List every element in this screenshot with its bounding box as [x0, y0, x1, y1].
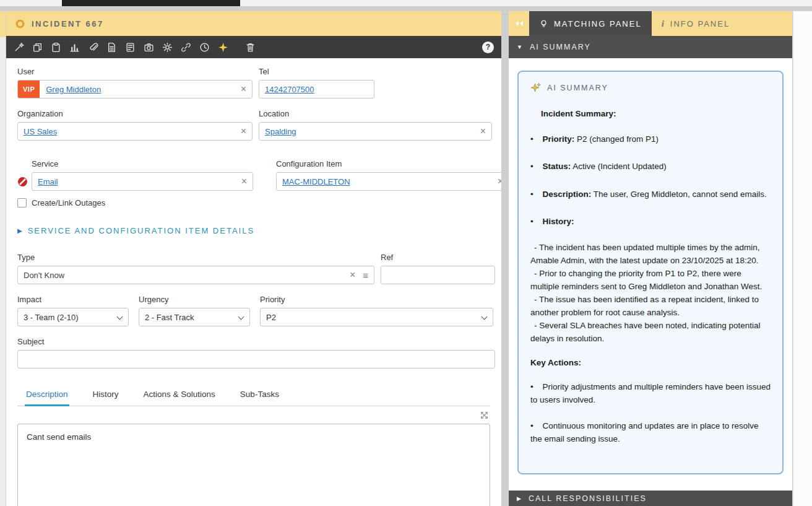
- bullet-label: Status:: [543, 162, 571, 171]
- user-link[interactable]: Greg Middleton: [46, 85, 101, 94]
- incident-toolbar: ?: [6, 36, 501, 58]
- link-icon[interactable]: [181, 42, 191, 53]
- impact-value: 3 - Team (2-10): [24, 313, 79, 322]
- camera-icon[interactable]: [144, 42, 154, 53]
- chevron-down-icon: [482, 314, 488, 320]
- key-action-item: Continuous monitoring and updates are in…: [530, 419, 771, 445]
- tab-actions-solutions[interactable]: Actions & Solutions: [142, 390, 217, 406]
- wand-icon[interactable]: [14, 42, 24, 53]
- priority-select[interactable]: P2: [260, 308, 493, 326]
- bullet-label: History:: [543, 217, 574, 226]
- ai-sparkle-icon[interactable]: [218, 42, 228, 53]
- collapsed-left-panel-header[interactable]: [0, 11, 6, 37]
- incident-form: User VIP Greg Middleton × Tel 1424270750…: [6, 58, 501, 506]
- config-item-field[interactable]: MAC-MIDDLETON ×: [276, 172, 501, 191]
- chevron-down-icon: [117, 314, 123, 320]
- tab-history[interactable]: History: [92, 390, 120, 406]
- user-clear-icon[interactable]: ×: [241, 84, 246, 94]
- summary-bullet-priority: Priority: P2 (changed from P1): [530, 133, 771, 146]
- sparkle-icon: [530, 82, 541, 93]
- user-field[interactable]: VIP Greg Middleton ×: [17, 80, 253, 98]
- page-title: INCIDENT 667: [32, 19, 104, 28]
- location-field-group: Location Spalding ×: [259, 109, 492, 141]
- config-item-clear-icon[interactable]: ×: [498, 177, 501, 186]
- settings-icon[interactable]: [162, 42, 173, 53]
- call-responsibilities-section-header[interactable]: ▶ CALL RESPONSIBILITIES: [509, 491, 792, 506]
- type-field-group: Type Don't Know × ≡: [17, 253, 374, 284]
- impact-field-group: Impact 3 - Team (2-10): [17, 295, 129, 326]
- urgency-label: Urgency: [139, 295, 250, 304]
- lightbulb-icon: [539, 19, 548, 28]
- service-details-toggle[interactable]: ▶ SERVICE AND CONFIGURATION ITEM DETAILS: [17, 226, 490, 235]
- location-clear-icon[interactable]: ×: [480, 126, 486, 136]
- chevron-right-icon: ▶: [517, 495, 522, 502]
- type-label: Type: [17, 253, 374, 262]
- bullet-text: The user, Greg Middleton, cannot send em…: [594, 190, 767, 199]
- clock-icon[interactable]: [199, 42, 210, 53]
- tel-field-group: Tel 14242707500: [259, 67, 374, 98]
- type-clear-icon[interactable]: ×: [350, 269, 355, 281]
- expand-editor-icon[interactable]: [480, 411, 489, 420]
- organization-field-group: Organization US Sales ×: [17, 109, 253, 141]
- outages-checkbox[interactable]: [17, 198, 27, 207]
- key-actions-heading: Key Actions:: [530, 358, 771, 367]
- type-menu-icon[interactable]: ≡: [363, 270, 368, 281]
- page-scrollbar[interactable]: [793, 11, 812, 506]
- call-responsibilities-label: CALL RESPONSIBILITIES: [529, 494, 647, 503]
- incident-header: INCIDENT 667: [6, 11, 501, 36]
- config-item-field-group: Configuration Item MAC-MIDDLETON ×: [276, 159, 501, 191]
- incident-panel: INCIDENT 667: [6, 11, 501, 506]
- urgency-select[interactable]: 2 - Fast Track: [139, 308, 250, 326]
- organization-clear-icon[interactable]: ×: [241, 126, 246, 136]
- config-item-link[interactable]: MAC-MIDDLETON: [282, 177, 350, 186]
- chevron-down-icon: ▼: [517, 44, 524, 50]
- summary-bullet-status: Status: Active (Incident Updated): [530, 160, 771, 173]
- impact-select[interactable]: 3 - Team (2-10): [17, 308, 129, 326]
- history-line: - Several SLA breaches have been noted, …: [530, 319, 771, 345]
- copy-icon[interactable]: [32, 42, 43, 53]
- info-panel-label: INFO PANEL: [670, 19, 730, 28]
- chart-icon[interactable]: [69, 42, 80, 53]
- ref-input[interactable]: [381, 266, 495, 284]
- bullet-text: Active (Incident Updated): [572, 162, 667, 171]
- user-field-group: User VIP Greg Middleton ×: [17, 67, 253, 98]
- history-line: - The issue has been identified as a rep…: [530, 293, 771, 319]
- service-field[interactable]: Email ×: [32, 172, 253, 191]
- ai-summary-card-title: AI SUMMARY: [547, 84, 608, 92]
- subject-input[interactable]: [17, 350, 495, 369]
- editor-tools: [17, 406, 490, 424]
- collapse-panel-button[interactable]: [509, 11, 529, 36]
- subject-label: Subject: [17, 337, 495, 346]
- browser-tab[interactable]: [62, 0, 240, 6]
- side-panel-header: MATCHING PANEL i INFO PANEL: [509, 11, 792, 36]
- document-edit-icon[interactable]: [125, 42, 136, 53]
- collapsed-left-panel[interactable]: [0, 11, 6, 506]
- location-link[interactable]: Spalding: [265, 127, 296, 136]
- key-action-item: Priority adjustments and multiple remind…: [530, 380, 771, 406]
- chevron-right-icon: ▶: [17, 227, 22, 234]
- key-action-text: Continuous monitoring and updates are in…: [530, 421, 758, 443]
- organization-field[interactable]: US Sales ×: [17, 122, 253, 141]
- clipboard-icon[interactable]: [51, 42, 61, 53]
- impact-label: Impact: [17, 295, 129, 304]
- organization-link[interactable]: US Sales: [24, 127, 57, 136]
- service-details-label: SERVICE AND CONFIGURATION ITEM DETAILS: [28, 226, 254, 235]
- attachment-icon[interactable]: [88, 42, 98, 53]
- tab-description[interactable]: Description: [25, 390, 69, 406]
- location-field[interactable]: Spalding ×: [259, 122, 492, 141]
- bullet-text: P2 (changed from P1): [577, 134, 659, 144]
- service-link[interactable]: Email: [38, 177, 58, 186]
- tab-matching-panel[interactable]: MATCHING PANEL: [529, 11, 652, 36]
- delete-icon[interactable]: [245, 42, 256, 53]
- type-combo[interactable]: Don't Know × ≡: [17, 266, 374, 284]
- service-clear-icon[interactable]: ×: [241, 177, 247, 186]
- tel-field[interactable]: 14242707500: [259, 80, 374, 98]
- document-icon[interactable]: [106, 42, 117, 53]
- ai-summary-section-header[interactable]: ▼ AI SUMMARY: [509, 36, 792, 58]
- help-button[interactable]: ?: [482, 41, 494, 53]
- type-value: Don't Know: [24, 271, 64, 280]
- tel-link[interactable]: 14242707500: [265, 85, 314, 94]
- tab-info-panel[interactable]: i INFO PANEL: [652, 11, 740, 36]
- tab-sub-tasks[interactable]: Sub-Tasks: [239, 390, 280, 406]
- description-editor[interactable]: Cant send emails: [17, 424, 490, 506]
